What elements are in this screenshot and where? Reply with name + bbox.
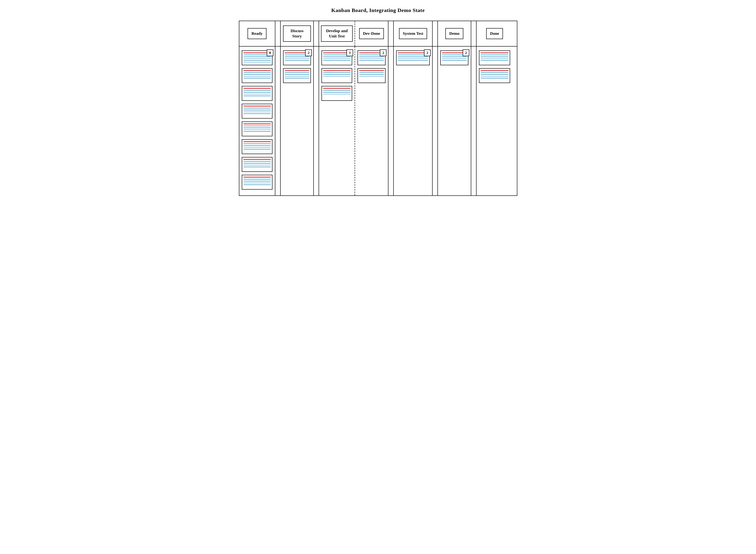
col-body-systemtest: 2	[394, 47, 433, 196]
col-sep-5	[471, 21, 477, 46]
wip-badge-ready: 8	[267, 49, 273, 56]
col-header-ready: Ready	[239, 21, 275, 46]
sep-5	[471, 47, 477, 196]
col-sep-3	[388, 21, 394, 46]
col-body-develop-group: 3	[319, 47, 388, 196]
list-item: 3	[321, 50, 352, 65]
ready-header-box: Ready	[248, 28, 266, 39]
discuss-label: Discuss Story	[290, 29, 304, 39]
systemtest-header-box: System Test	[399, 28, 427, 39]
sep-1	[275, 47, 281, 196]
wip-badge-demo: 2	[463, 49, 469, 56]
story-card[interactable]	[242, 121, 272, 136]
list-item	[479, 50, 510, 65]
col-body-demo: 2	[438, 47, 471, 196]
list-item	[283, 68, 311, 83]
list-item	[321, 68, 352, 83]
col-header-systemtest: System Test	[394, 21, 433, 46]
develop-label: Develop and Unit Test	[326, 29, 347, 39]
story-card[interactable]	[479, 50, 510, 65]
devdone-label: Dev-Done	[363, 31, 380, 36]
col-header-discuss: Discuss Story	[281, 21, 314, 46]
list-item: 2	[358, 50, 386, 65]
col-sep-4	[433, 21, 438, 46]
col-header-demo: Demo	[438, 21, 471, 46]
list-item: 8	[242, 50, 272, 65]
story-card[interactable]	[242, 175, 272, 189]
wip-badge-devdone: 2	[380, 49, 386, 56]
list-item	[242, 157, 272, 172]
demo-label: Demo	[449, 31, 459, 36]
list-item	[358, 68, 386, 83]
col-header-devdone: Dev-Done	[355, 21, 388, 46]
list-item: 2	[396, 50, 430, 65]
list-item	[242, 68, 272, 83]
col-body-discuss: 2	[281, 47, 314, 196]
board-header: Ready Discuss Story Develop and Unit Tes…	[239, 21, 517, 47]
board-body: 8	[239, 47, 517, 196]
develop-header-box: Develop and Unit Test	[321, 25, 353, 42]
col-header-develop: Develop and Unit Test	[319, 21, 355, 46]
list-item: 2	[440, 50, 468, 65]
col-sep-1	[275, 21, 281, 46]
story-card[interactable]	[242, 139, 272, 154]
sep-2	[314, 47, 319, 196]
list-item	[242, 104, 272, 119]
col-body-develop: 3	[319, 47, 355, 196]
wip-badge-discuss: 2	[305, 49, 312, 56]
list-item	[242, 175, 272, 189]
col-sep-2	[314, 21, 319, 46]
col-body-devdone: 2	[355, 47, 388, 196]
story-card[interactable]	[283, 68, 311, 83]
col-body-ready: 8	[239, 47, 275, 196]
list-item	[242, 139, 272, 154]
story-card[interactable]	[321, 68, 352, 83]
demo-header-box: Demo	[445, 28, 463, 39]
systemtest-label: System Test	[403, 31, 423, 36]
story-card[interactable]	[242, 157, 272, 172]
develop-group-header: Develop and Unit Test Dev-Done	[319, 21, 388, 46]
wip-badge-develop: 3	[346, 49, 353, 56]
wip-badge-systemtest: 2	[424, 49, 431, 56]
devdone-header-box: Dev-Done	[359, 28, 384, 39]
story-card[interactable]	[358, 68, 386, 83]
col-body-done	[477, 47, 512, 196]
list-item: 2	[283, 50, 311, 65]
kanban-board: Ready Discuss Story Develop and Unit Tes…	[239, 21, 518, 196]
done-label: Done	[490, 31, 499, 36]
list-item	[242, 86, 272, 101]
col-header-done: Done	[477, 21, 512, 46]
ready-label: Ready	[251, 31, 262, 36]
sep-4	[433, 47, 438, 196]
story-card[interactable]	[321, 86, 352, 101]
story-card[interactable]	[242, 104, 272, 119]
page-title: Kanban Board, Integrating Demo State	[239, 7, 518, 13]
discuss-header-box: Discuss Story	[283, 25, 311, 42]
story-card[interactable]	[242, 68, 272, 83]
story-card[interactable]	[242, 86, 272, 101]
list-item	[321, 86, 352, 101]
story-card[interactable]	[479, 68, 510, 83]
list-item	[479, 68, 510, 83]
sep-3	[388, 47, 394, 196]
done-header-box: Done	[486, 28, 503, 39]
list-item	[242, 121, 272, 136]
